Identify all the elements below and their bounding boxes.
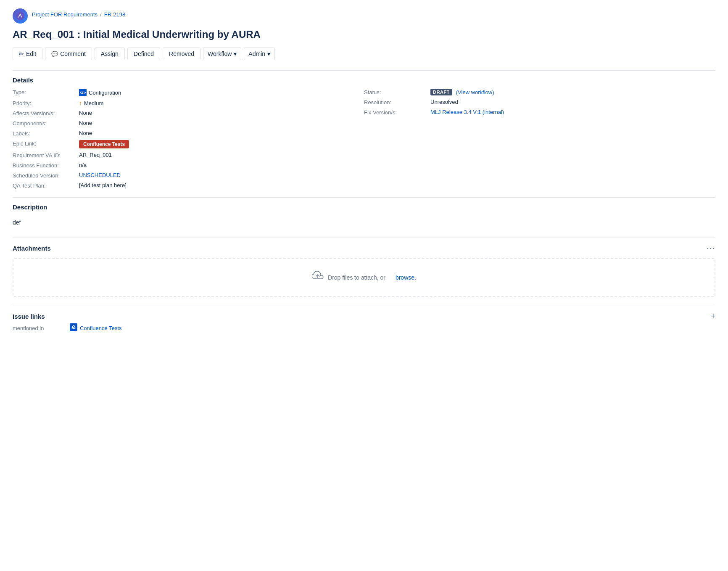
breadcrumb: Project FOR Requirements / FR-2198	[32, 11, 125, 18]
issue-link-row: mentioned in C Confluence Tests	[13, 321, 715, 335]
details-section: Details Type: </> Configuration Priority…	[13, 70, 715, 189]
detail-components: Component/s: None	[13, 120, 364, 127]
detail-fix-version: Fix Version/s: MLJ Release 3.4 V:1 (inte…	[364, 109, 715, 116]
link-type-label: mentioned in	[13, 325, 63, 331]
fix-version-link[interactable]: MLJ Release 3.4 V:1 (internal)	[430, 109, 504, 115]
view-workflow-link[interactable]: (View workflow)	[456, 89, 494, 95]
details-grid: Type: </> Configuration Priority: ↑ Medi…	[13, 89, 715, 189]
details-title: Details	[13, 77, 33, 84]
assign-button[interactable]: Assign	[95, 48, 125, 60]
edit-icon: ✏	[19, 50, 24, 57]
confluence-tests-link[interactable]: C Confluence Tests	[70, 323, 122, 333]
details-left-col: Type: </> Configuration Priority: ↑ Medi…	[13, 89, 364, 189]
scheduled-version-link[interactable]: UNSCHEDULED	[79, 172, 121, 178]
edit-button[interactable]: ✏ Edit	[13, 48, 42, 60]
toolbar: ✏ Edit 💬 Comment Assign Defined Removed …	[13, 48, 715, 60]
comment-button[interactable]: 💬 Comment	[45, 48, 92, 60]
workflow-chevron-icon: ▾	[234, 50, 237, 57]
attachments-section: Attachments ··· Drop files to attach, or…	[13, 238, 715, 297]
comment-icon: 💬	[51, 51, 58, 57]
svg-point-1	[20, 14, 21, 15]
detail-epic-link: Epic Link: Confluence Tests	[13, 140, 364, 148]
admin-dropdown[interactable]: Admin ▾	[244, 48, 275, 60]
drop-text: Drop files to attach, or	[328, 274, 385, 281]
issue-title: AR_Req_001 : Initial Medical Underwritin…	[13, 28, 715, 41]
admin-chevron-icon: ▾	[267, 50, 270, 57]
removed-button[interactable]: Removed	[163, 48, 200, 60]
detail-affects-version: Affects Version/s: None	[13, 110, 364, 116]
issue-links-section: Issue links + mentioned in C Confluence …	[13, 306, 715, 335]
attachments-header: Attachments ···	[13, 244, 715, 253]
description-section: Description def	[13, 197, 715, 229]
svg-point-0	[16, 12, 24, 20]
detail-type: Type: </> Configuration	[13, 89, 364, 96]
epic-badge[interactable]: Confluence Tests	[79, 140, 129, 148]
attachments-title: Attachments	[13, 245, 51, 252]
description-text: def	[13, 216, 715, 229]
detail-business-function: Business Function: n/a	[13, 162, 364, 169]
detail-resolution: Resolution: Unresolved	[364, 99, 715, 106]
defined-button[interactable]: Defined	[127, 48, 160, 60]
detail-labels: Labels: None	[13, 130, 364, 137]
draft-status-badge: DRAFT	[430, 89, 452, 95]
add-issue-link-icon[interactable]: +	[711, 312, 715, 321]
issue-links-header: Issue links +	[13, 312, 715, 321]
attachments-more-icon[interactable]: ···	[707, 244, 715, 253]
confluence-icon: C	[70, 323, 77, 333]
description-title: Description	[13, 204, 47, 211]
breadcrumb-separator: /	[100, 11, 102, 18]
attachments-dropzone[interactable]: Drop files to attach, or browse.	[13, 258, 715, 297]
issue-key-link[interactable]: FR-2198	[104, 11, 126, 18]
project-logo	[13, 8, 28, 24]
confluence-link-text: Confluence Tests	[80, 325, 122, 331]
details-header: Details	[13, 77, 715, 84]
workflow-dropdown[interactable]: Workflow ▾	[203, 48, 241, 60]
detail-qa-test-plan: QA Test Plan: [Add test plan here]	[13, 182, 364, 189]
configuration-type-icon: </>	[79, 89, 87, 96]
detail-priority: Priority: ↑ Medium	[13, 100, 364, 106]
detail-requirement-va-id: Requirement VA ID: AR_Req_001	[13, 152, 364, 159]
issue-links-title: Issue links	[13, 313, 45, 320]
upload-icon	[312, 271, 324, 284]
detail-status: Status: DRAFT (View workflow)	[364, 89, 715, 95]
priority-icon: ↑	[79, 100, 82, 106]
project-link[interactable]: Project FOR Requirements	[32, 11, 98, 18]
browse-link[interactable]: browse.	[396, 274, 416, 281]
description-header: Description	[13, 204, 715, 211]
details-right-col: Status: DRAFT (View workflow) Resolution…	[364, 89, 715, 189]
detail-scheduled-version: Scheduled Version: UNSCHEDULED	[13, 172, 364, 179]
